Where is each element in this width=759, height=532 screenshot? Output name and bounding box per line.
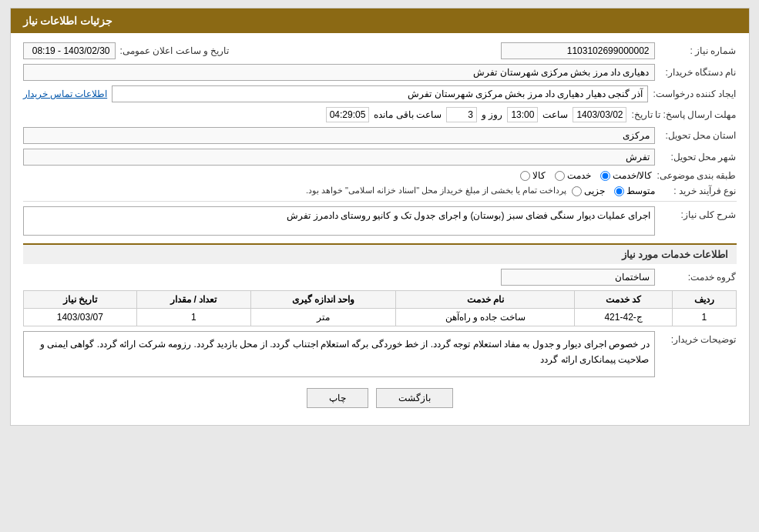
announce-value: 1403/02/30 - 08:19 — [23, 42, 116, 59]
need-desc-textarea[interactable] — [23, 206, 655, 236]
category-label: طبقه بندی موضوعی: — [657, 170, 736, 181]
cell-quantity: 1 — [137, 309, 250, 326]
buyer-notes-row: توضیحات خریدار: در خصوص اجرای دیوار و جد… — [23, 331, 737, 377]
need-desc-label: شرح کلی نیاز: — [660, 206, 737, 220]
category-khadamat-label: خدمت — [567, 170, 591, 181]
remaining-label: ساعت باقی مانده — [374, 109, 442, 120]
buyer-label: نام دستگاه خریدار: — [660, 67, 737, 78]
divider-1 — [23, 201, 737, 202]
table-row: 1 ج-42-421 ساخت جاده و راه‌آهن متر 1 140… — [23, 309, 736, 326]
col-quantity: تعداد / مقدار — [137, 291, 250, 309]
purchase-jezii-item: جزیی — [572, 186, 605, 196]
buyer-notes-value: در خصوص اجرای دیوار و جدول به مفاد استعل… — [23, 331, 655, 377]
response-date-row: مهلت ارسال پاسخ: تا تاریخ: 1403/03/02 سا… — [23, 107, 737, 122]
service-group-label: گروه خدمت: — [660, 272, 737, 283]
purchase-motevaset-item: متوسط — [614, 186, 655, 196]
response-date-label: مهلت ارسال پاسخ: تا تاریخ: — [631, 109, 736, 120]
purchase-jezii-label: جزیی — [584, 186, 605, 196]
days-label: روز و — [482, 109, 502, 120]
need-number-label: شماره نیاز : — [660, 45, 737, 56]
purchase-jezii-radio[interactable] — [572, 186, 582, 196]
category-khadamat-radio[interactable] — [555, 171, 565, 181]
category-row: طبقه بندی موضوعی: کالا خدمت کالا/خدمت — [23, 170, 737, 181]
purchase-motevaset-radio[interactable] — [614, 186, 624, 196]
purchase-type-row: نوع فرآیند خرید : جزیی متوسط پرداخت تمام… — [23, 186, 737, 196]
province-label: استان محل تحویل: — [660, 130, 737, 141]
date-value: 1403/03/02 — [573, 107, 626, 122]
footer-buttons: بازگشت چاپ — [23, 388, 737, 408]
creator-label: ایجاد کننده درخواست: — [653, 89, 736, 99]
services-table: ردیف کد خدمت نام خدمت واحد اندازه گیری ت… — [23, 290, 737, 326]
announce-label: تاریخ و ساعت اعلان عمومی: — [120, 45, 230, 56]
print-button[interactable]: چاپ — [307, 388, 368, 408]
time-value: 13:00 — [507, 107, 538, 122]
creator-value: آذر گنجی دهیار دهیاری داد مرز بخش مرکزی … — [112, 85, 648, 102]
service-group-value: ساختمان — [501, 269, 655, 286]
page-header: جزئیات اطلاعات نیاز — [11, 8, 749, 33]
need-desc-row: شرح کلی نیاز: — [23, 206, 737, 236]
cell-unit: متر — [250, 309, 396, 326]
service-group-row: گروه خدمت: ساختمان — [23, 269, 737, 286]
creator-row: ایجاد کننده درخواست: آذر گنجی دهیار دهیا… — [23, 85, 737, 102]
need-number-row: شماره نیاز : 1103102699000002 تاریخ و سا… — [23, 42, 737, 59]
purchase-type-radio-group: جزیی متوسط — [572, 186, 655, 196]
col-row-num: ردیف — [673, 291, 736, 309]
purchase-note: پرداخت تمام یا بخشی از مبلغ خریداز محل "… — [23, 186, 567, 196]
province-row: استان محل تحویل: مرکزی — [23, 127, 737, 144]
province-value: مرکزی — [23, 127, 655, 144]
col-service-code: کد خدمت — [575, 291, 673, 309]
main-container: جزئیات اطلاعات نیاز شماره نیاز : 1103102… — [10, 8, 750, 426]
back-button[interactable]: بازگشت — [376, 388, 453, 408]
table-body: 1 ج-42-421 ساخت جاده و راه‌آهن متر 1 140… — [23, 309, 736, 326]
purchase-motevaset-label: متوسط — [626, 186, 655, 196]
need-number-value: 1103102699000002 — [501, 42, 655, 59]
cell-service-name: ساخت جاده و راه‌آهن — [396, 309, 575, 326]
cell-service-code: ج-42-421 — [575, 309, 673, 326]
col-date: تاریخ نیاز — [23, 291, 137, 309]
category-kala-khadamat-item: کالا/خدمت — [600, 170, 652, 181]
buyer-row: نام دستگاه خریدار: دهیاری داد مرز بخش مر… — [23, 64, 737, 81]
category-kala-khadamat-radio[interactable] — [600, 171, 610, 181]
city-row: شهر محل تحویل: تفرش — [23, 149, 737, 166]
creator-link[interactable]: اطلاعات تماس خریدار — [23, 89, 108, 99]
city-label: شهر محل تحویل: — [660, 152, 737, 162]
remaining-value: 04:29:05 — [326, 107, 370, 122]
col-service-name: نام خدمت — [396, 291, 575, 309]
services-section-title: اطلاعات خدمات مورد نیاز — [23, 243, 737, 264]
col-unit: واحد اندازه گیری — [250, 291, 396, 309]
category-kala-radio[interactable] — [520, 171, 530, 181]
page-title: جزئیات اطلاعات نیاز — [23, 15, 113, 27]
category-kala-item: کالا — [520, 170, 546, 181]
cell-row-num: 1 — [673, 309, 736, 326]
content-area: شماره نیاز : 1103102699000002 تاریخ و سا… — [11, 33, 749, 425]
days-value: 3 — [446, 107, 477, 122]
category-kala-khadamat-label: کالا/خدمت — [613, 170, 652, 181]
buyer-notes-label: توضیحات خریدار: — [660, 331, 737, 345]
city-value: تفرش — [23, 149, 655, 166]
time-label: ساعت — [542, 109, 568, 120]
purchase-type-label: نوع فرآیند خرید : — [660, 186, 737, 196]
category-radio-group: کالا خدمت کالا/خدمت — [520, 170, 652, 181]
buyer-value: دهیاری داد مرز بخش مرکزی شهرستان تفرش — [23, 64, 655, 81]
table-header: ردیف کد خدمت نام خدمت واحد اندازه گیری ت… — [23, 291, 736, 309]
category-khadamat-item: خدمت — [555, 170, 591, 181]
category-kala-label: کالا — [532, 170, 546, 181]
cell-date: 1403/03/07 — [23, 309, 137, 326]
